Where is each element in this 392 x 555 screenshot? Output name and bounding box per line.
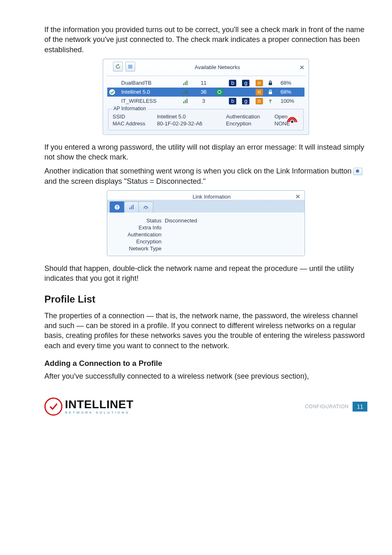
signal-percent: 68% — [279, 88, 304, 97]
page-number: 11 — [353, 402, 367, 412]
list-icon[interactable] — [125, 62, 135, 72]
brand-name: INTELLINET — [65, 399, 134, 410]
enc-label: Encryption — [113, 238, 165, 245]
brand-subtitle: NETWORK SOLUTIONS — [65, 411, 134, 414]
enc-label: Encryption — [226, 120, 267, 127]
radio-waves-icon — [285, 113, 299, 127]
svg-point-8 — [145, 208, 146, 209]
nettype-value — [165, 245, 299, 252]
network-list: DualBandTB 11 b g n 68% Intellinet 5.0 3… — [107, 79, 304, 106]
ap-information-group: AP Information SSID Intellinet 5.0 Authe… — [108, 109, 304, 130]
auth-label: Authentication — [226, 113, 267, 120]
check-circle-icon — [44, 398, 62, 416]
nettype-label: Network Type — [113, 245, 165, 252]
channel-number: 11 — [194, 79, 213, 88]
network-name: IT_WIRELESS — [120, 97, 180, 106]
heading-adding-connection: Adding a Connection to a Profile — [44, 359, 367, 368]
signal-percent: 68% — [279, 79, 304, 88]
close-icon[interactable]: ✕ — [300, 64, 304, 71]
mode-g-icon: g — [242, 98, 249, 104]
channel-number: 3 — [194, 97, 213, 106]
ssid-label: SSID — [113, 113, 150, 120]
mode-n-icon: n — [256, 89, 263, 95]
signal-icon — [180, 79, 194, 88]
ssid-value: Intellinet 5.0 — [157, 113, 219, 120]
paragraph: Another indication that something went w… — [44, 166, 367, 186]
page-footer: INTELLINET NETWORK SOLUTIONS CONFIGURATI… — [44, 398, 367, 416]
available-networks-window: Available Networks ✕ DualBandTB 11 b g n… — [103, 59, 309, 135]
paragraph: Should that happen, double-click the net… — [44, 264, 367, 284]
tab-radio[interactable] — [138, 201, 153, 213]
text-span: and the screen displays "Status = Discon… — [44, 177, 206, 185]
security-icon — [266, 79, 279, 88]
table-row[interactable]: DualBandTB 11 b g n 68% — [107, 79, 304, 88]
link-info-button-icon — [353, 168, 362, 175]
antenna-icon — [266, 97, 279, 106]
paragraph: The properties of a connection — that is… — [44, 311, 367, 351]
security-icon — [266, 88, 279, 97]
auth-value — [165, 231, 299, 238]
svg-rect-2 — [128, 67, 132, 68]
paragraph: After you've successfully connected to a… — [44, 371, 367, 381]
status-label: Status — [113, 217, 165, 224]
brand-logo: INTELLINET NETWORK SOLUTIONS — [44, 398, 134, 416]
paragraph: If you entered a wrong password, the uti… — [44, 142, 367, 162]
status-value: Disconnected — [165, 217, 299, 224]
paragraph: If the information you provided turns ou… — [44, 25, 367, 55]
svg-point-4 — [218, 90, 221, 94]
table-row[interactable]: IT_WIRELESS 3 b g n 100% — [107, 97, 304, 106]
svg-point-7 — [117, 208, 118, 209]
mode-b-icon: b — [229, 98, 236, 104]
mode-b-icon: b — [229, 80, 236, 86]
tab-signal[interactable] — [124, 201, 139, 213]
close-icon[interactable]: ✕ — [295, 193, 300, 200]
enc-value — [165, 238, 299, 245]
extra-info-label: Extra Info — [113, 224, 165, 231]
footer-section-label: CONFIGURATION — [305, 404, 348, 409]
channel-number: 36 — [194, 88, 213, 97]
fieldset-legend: AP Information — [112, 106, 148, 111]
svg-rect-0 — [128, 65, 132, 66]
svg-point-5 — [291, 120, 293, 123]
signal-icon — [180, 88, 194, 97]
window-title: Available Networks — [135, 64, 300, 70]
link-information-window: Link Information ✕ StatusDisconnected Ex… — [107, 190, 305, 256]
svg-rect-1 — [128, 66, 132, 67]
window-title: Link Information — [128, 194, 295, 200]
mode-n-icon: n — [256, 98, 263, 104]
auth-label: Authentication — [113, 231, 165, 238]
network-name: Intellinet 5.0 — [120, 88, 180, 97]
mode-g-icon: g — [242, 80, 249, 86]
tab-status[interactable] — [110, 201, 125, 213]
check-icon — [107, 88, 120, 97]
signal-icon — [180, 97, 194, 106]
extra-info-value — [165, 224, 299, 231]
mac-value: 80-1F-02-29-32-A6 — [157, 120, 219, 127]
table-row[interactable]: Intellinet 5.0 36 n 68% — [107, 88, 304, 97]
heading-profile-list: Profile List — [44, 294, 367, 305]
svg-point-3 — [109, 89, 115, 95]
mode-n-icon: n — [256, 80, 263, 86]
wps-icon — [216, 89, 223, 95]
network-name: DualBandTB — [120, 79, 180, 88]
signal-percent: 100% — [279, 97, 304, 106]
text-span: Another indication that something went w… — [44, 167, 353, 175]
mac-label: MAC Address — [113, 120, 150, 127]
refresh-icon[interactable] — [113, 62, 123, 72]
